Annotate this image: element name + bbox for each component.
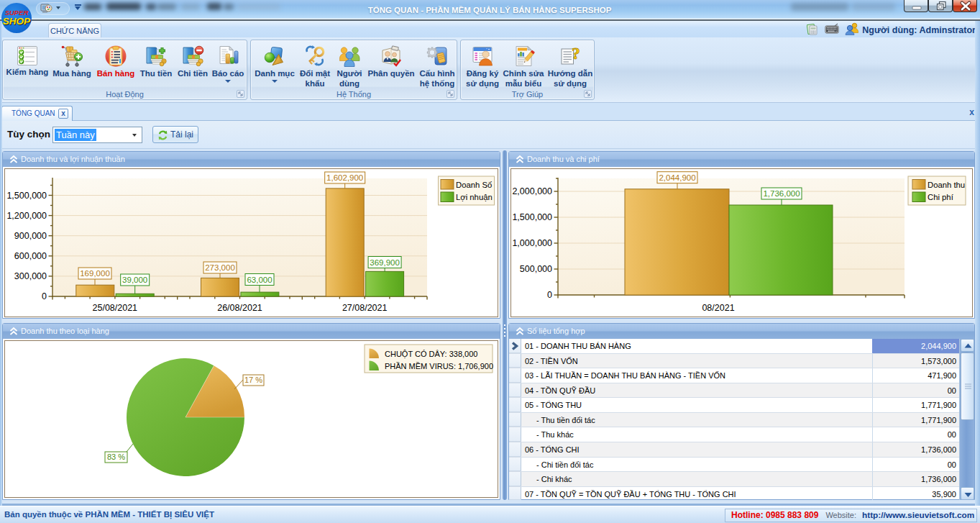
- svg-text:83 %: 83 %: [107, 452, 125, 461]
- svg-text:500,000: 500,000: [520, 264, 552, 274]
- svg-text:PHẦN MỀM VIRUS: 1,706,900: PHẦN MỀM VIRUS: 1,706,900: [385, 362, 493, 370]
- svg-text:08/2021: 08/2021: [702, 303, 734, 313]
- svg-text:Doanh thu: Doanh thu: [928, 181, 965, 189]
- svg-text:0: 0: [547, 290, 552, 300]
- svg-text:0: 0: [42, 291, 47, 301]
- svg-text:CHUỘT CÓ DÂY: 338,000: CHUỘT CÓ DÂY: 338,000: [385, 350, 477, 358]
- svg-text:1,500,000: 1,500,000: [6, 191, 47, 201]
- svg-text:1,200,000: 1,200,000: [6, 211, 47, 221]
- svg-text:900,000: 900,000: [14, 231, 47, 241]
- svg-text:39,000: 39,000: [122, 276, 147, 284]
- svg-text:Chi phí: Chi phí: [928, 193, 954, 201]
- svg-text:300,000: 300,000: [14, 271, 47, 281]
- svg-text:169,000: 169,000: [80, 269, 110, 278]
- svg-text:Doanh Số: Doanh Số: [456, 181, 493, 189]
- svg-text:1,000,000: 1,000,000: [512, 238, 552, 248]
- svg-text:2,000,000: 2,000,000: [512, 186, 552, 196]
- svg-text:600,000: 600,000: [14, 251, 47, 261]
- svg-text:27/08/2021: 27/08/2021: [342, 303, 388, 313]
- svg-text:1,500,000: 1,500,000: [512, 212, 552, 222]
- svg-text:273,000: 273,000: [205, 263, 235, 272]
- svg-text:17 %: 17 %: [244, 376, 262, 384]
- svg-text:1,736,000: 1,736,000: [763, 189, 800, 198]
- svg-text:25/08/2021: 25/08/2021: [93, 303, 138, 313]
- svg-text:26/08/2021: 26/08/2021: [217, 303, 262, 313]
- svg-text:2,044,900: 2,044,900: [659, 173, 695, 182]
- svg-text:?: ?: [572, 45, 580, 63]
- svg-text:Lợi nhuận: Lợi nhuận: [456, 193, 493, 201]
- svg-text:63,000: 63,000: [247, 276, 272, 284]
- svg-text:1,602,900: 1,602,900: [326, 173, 363, 182]
- svg-text:369,900: 369,900: [370, 258, 400, 267]
